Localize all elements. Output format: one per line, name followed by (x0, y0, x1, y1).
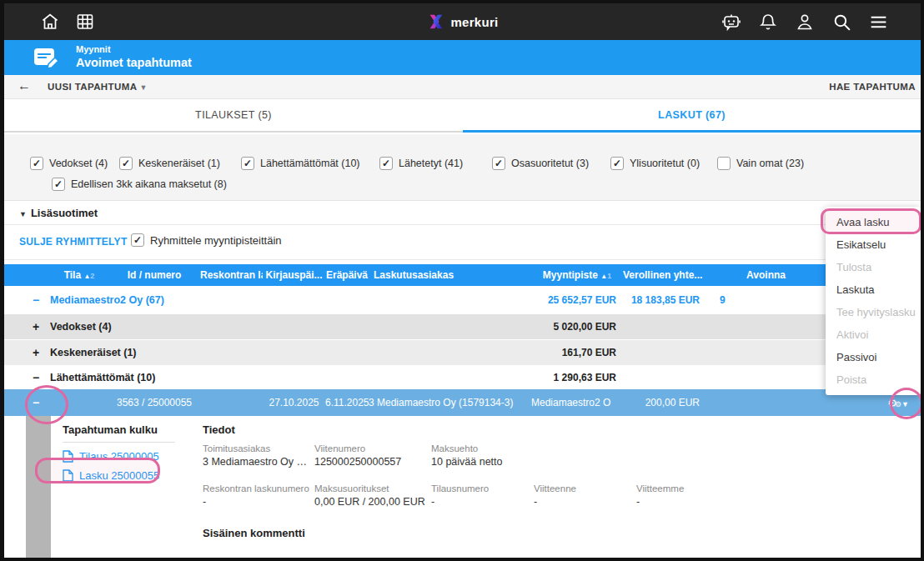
row-actions-context-menu: Avaa lasku Esikatselu Tulosta Laskuta Te… (826, 207, 921, 395)
group-total-verollinen: 161,70 EUR (531, 347, 623, 358)
filter-vedokset[interactable]: Vedokset (4) (30, 157, 108, 170)
link-lasku-pdf[interactable]: Lasku 25000055 (63, 469, 159, 482)
hamburger-menu-icon[interactable] (867, 11, 889, 33)
checkbox-checked-icon[interactable] (52, 178, 65, 191)
checkbox-checked-icon[interactable] (241, 157, 254, 170)
find-transaction-button[interactable]: HAE TAPAHTUMA (829, 82, 916, 92)
menu-item-avaa-lasku[interactable]: Avaa lasku (826, 211, 921, 233)
filter-edellisen-3kk[interactable]: Edellisen 3kk aikana maksetut (8) (52, 178, 227, 191)
group-label: Keskeneräiset (1) (50, 347, 531, 358)
filter-osasuoritetut[interactable]: Osasuoritetut (3) (492, 157, 589, 170)
chatbot-icon[interactable] (721, 11, 742, 33)
column-header-verollinen[interactable]: Verollinen yhte... (623, 269, 706, 281)
collapse-icon[interactable]: − (4, 371, 50, 384)
field-label: Tilausnumero (431, 483, 489, 493)
tab-tilaukset[interactable]: TILAUKSET (5) (4, 99, 463, 133)
new-transaction-label: UUSI TAPAHTUMA (48, 82, 137, 92)
gear-icon: ⚙ (895, 400, 901, 408)
checkbox-checked-icon[interactable] (492, 157, 505, 170)
column-label: Myyntipiste (543, 269, 598, 281)
field-value: - (636, 496, 684, 508)
checkbox-checked-icon[interactable] (30, 157, 43, 170)
column-header-myyntipiste[interactable]: Myyntipiste ▲1 (531, 269, 623, 281)
checkbox-checked-icon[interactable] (379, 157, 393, 170)
field-label: Toimitusasiakas (203, 443, 309, 453)
filter-vain-omat[interactable]: Vain omat (23) (717, 157, 804, 170)
filter-label: Edellisen 3kk aikana maksetut (8) (71, 178, 227, 190)
table-row-group-lahettamattomat[interactable]: − Lähettämättömät (10) 1 290,63 EUR (4, 366, 921, 389)
field-tilausnumero: Tilausnumero - (431, 483, 489, 508)
search-icon[interactable] (831, 11, 852, 33)
link-label: Tilaus 25000005 (79, 450, 159, 463)
field-value: 125000250000557 (314, 456, 401, 468)
screenshot-frame: merkuri Myynnit Avoimet tapahtumat (0, 0, 924, 561)
extra-filters-toggle[interactable]: ▼Lisäsuotimet (19, 207, 98, 219)
column-header-id-numero[interactable]: Id / numero (108, 269, 200, 281)
top-app-bar: merkuri (4, 3, 921, 40)
tab-laskut[interactable]: LASKUT (67) (463, 99, 921, 133)
user-profile-icon[interactable] (794, 11, 816, 33)
group-total-verollinen: 1 290,63 EUR (531, 372, 623, 383)
field-value: - (534, 496, 576, 508)
table-row-group-mediamaestro2[interactable]: − Mediamaestro2 Oy (67) 25 652,57 EUR 18… (4, 288, 921, 313)
column-header-kirjauspaiva[interactable]: Kirjauspäi... (263, 269, 325, 281)
chevron-down-icon: ▼ (901, 400, 909, 408)
field-value: 3 Mediamaestro Oy (1579134-3) (203, 456, 309, 468)
home-icon[interactable] (39, 11, 61, 33)
table-row-group-keskeneraiset[interactable]: + Keskeneräiset (1) 161,70 EUR (4, 340, 921, 365)
filter-label: Osasuoritetut (3) (511, 158, 589, 169)
menu-item-aktivoi: Aktivoi (826, 323, 921, 346)
filter-ylisuoritetut[interactable]: Ylisuoritetut (0) (610, 157, 700, 170)
column-header-tila[interactable]: Tila ▲2 (50, 269, 108, 281)
checkbox-unchecked-icon[interactable] (717, 157, 731, 170)
notifications-bell-icon[interactable] (757, 11, 779, 33)
pdf-document-icon (63, 450, 73, 463)
group-total-avoinna: 18 183,85 EUR (623, 294, 706, 306)
filter-label: Keskeneräiset (1) (138, 158, 220, 169)
group-by-salespoint-checkbox[interactable]: Ryhmittele myyntipisteittäin (131, 233, 282, 247)
expand-icon[interactable]: + (4, 346, 50, 359)
expand-icon[interactable]: + (4, 320, 50, 333)
internal-comment-title: Sisäinen kommentti (203, 527, 305, 539)
brand-name: merkuri (450, 15, 498, 29)
sort-order-badge: 1 (607, 272, 611, 280)
column-header-laskutusasiakas[interactable]: Laskutusasiakas (369, 269, 531, 281)
link-tilaus-pdf[interactable]: Tilaus 25000005 (63, 450, 159, 463)
menu-item-passivoi[interactable]: Passivoi (826, 346, 921, 368)
extra-filters-section: ▼Lisäsuotimet (4, 201, 921, 224)
column-header-reskontran[interactable]: Reskontran las... (200, 269, 263, 281)
column-header-avoinna[interactable]: Avoinna (706, 269, 794, 281)
collapse-icon[interactable]: − (4, 293, 50, 307)
brand-logo: merkuri (426, 3, 498, 40)
filter-lahettamattomat[interactable]: Lähettämättömät (10) (241, 157, 360, 170)
filter-lahetetyt[interactable]: Lähetetyt (41) (379, 157, 463, 170)
menu-item-laskuta[interactable]: Laskuta (826, 278, 921, 301)
filter-label: Vedokset (4) (49, 158, 108, 169)
row-actions-gears-icon[interactable]: ⚙⚙▼ (794, 397, 921, 409)
field-value: 0,00 EUR / 200,00 EUR (314, 496, 425, 508)
menu-item-esikatselu[interactable]: Esikatselu (826, 233, 921, 256)
table-row-invoice-selected[interactable]: − 3563 / 25000055 27.10.2025 6.11.2025 3… (4, 389, 921, 416)
checkbox-checked-icon[interactable] (131, 233, 144, 247)
close-groupings-link[interactable]: SULJE RYHMITTELYT (19, 236, 128, 248)
table-row-group-vedokset[interactable]: + Vedokset (4) 5 020,00 EUR (4, 314, 921, 339)
back-arrow-icon[interactable]: ← (18, 78, 31, 93)
cell-kirjauspaiva: 27.10.2025 (263, 397, 325, 408)
extra-filters-label: Lisäsuotimet (31, 207, 98, 219)
field-viitteemme: Viitteemme - (636, 483, 684, 508)
group-label: Lähettämättömät (10) (50, 372, 531, 383)
group-total-verollinen: 25 652,57 EUR (531, 294, 623, 306)
checkbox-checked-icon[interactable] (610, 157, 624, 170)
status-filter-panel: Vedokset (4) Keskeneräiset (1) Lähettämä… (4, 134, 921, 201)
collapse-icon[interactable]: − (4, 396, 50, 409)
filter-label: Vain omat (23) (736, 158, 804, 169)
flow-section-title: Tapahtuman kulku (63, 423, 158, 436)
column-header-erapaiva[interactable]: Eräpäivä (325, 269, 369, 281)
filter-keskeneraiset[interactable]: Keskeneräiset (1) (119, 157, 220, 170)
checkbox-checked-icon[interactable] (119, 157, 133, 170)
column-label: Tila (64, 269, 81, 281)
divider (63, 442, 175, 443)
apps-grid-icon[interactable] (74, 11, 96, 33)
filter-label: Ylisuoritetut (0) (630, 158, 700, 169)
new-transaction-button[interactable]: UUSI TAPAHTUMA ▼ (48, 82, 148, 92)
